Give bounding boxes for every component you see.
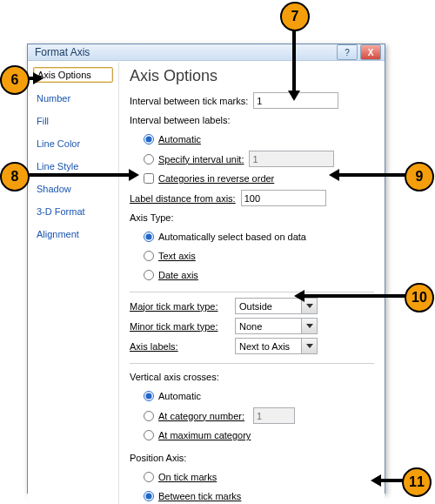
- axis-type-label: Axis Type:: [130, 212, 174, 223]
- interval-auto-label: Automatic: [158, 134, 201, 144]
- main-panel: Axis Options Interval between tick marks…: [119, 62, 385, 504]
- arrow-11-head: [371, 474, 381, 487]
- row-position-between: Between tick marks: [130, 488, 374, 504]
- vert-cross-cat-input[interactable]: [253, 407, 295, 424]
- callout-11: 11: [402, 467, 432, 497]
- position-between-label: Between tick marks: [158, 491, 241, 501]
- sidebar-item-fill[interactable]: Fill: [33, 114, 113, 128]
- position-on-label: On tick marks: [158, 472, 217, 482]
- row-specify-unit: Specify interval unit:: [130, 151, 374, 167]
- sidebar-item-line-style[interactable]: Line Style: [33, 159, 113, 173]
- separator-1: [130, 292, 374, 292]
- sidebar-item-line-color[interactable]: Line Color: [33, 137, 113, 151]
- callout-11-number: 11: [409, 474, 425, 490]
- row-interval-tick: Interval between tick marks:: [130, 92, 374, 109]
- specify-unit-label: Specify interval unit:: [158, 154, 244, 165]
- vert-cross-cat-label: At category number:: [158, 411, 244, 421]
- reverse-checkbox[interactable]: [144, 173, 154, 184]
- major-tick-select[interactable]: Outside: [235, 298, 318, 314]
- callout-8: 8: [0, 162, 30, 192]
- callout-7: 7: [280, 2, 310, 31]
- row-axis-type: Axis Type:: [130, 210, 374, 225]
- row-axis-type-date: Date axis: [130, 267, 374, 283]
- sidebar: Axis Options Number Fill Line Color Line…: [28, 62, 119, 504]
- row-vert-cross-auto: Automatic: [130, 388, 374, 404]
- row-position-on: On tick marks: [130, 469, 374, 485]
- arrow-11-line: [381, 479, 404, 482]
- sidebar-item-label: Alignment: [37, 229, 79, 239]
- axis-labels-label: Axis labels:: [130, 341, 230, 352]
- label-distance-input[interactable]: [241, 190, 326, 206]
- help-button[interactable]: ?: [337, 44, 358, 60]
- row-minor-tick: Minor tick mark type: None: [130, 318, 374, 334]
- separator-2: [130, 363, 374, 364]
- vert-cross-max-label: At maximum category: [158, 430, 251, 440]
- axis-type-date-label: Date axis: [158, 270, 198, 280]
- axis-type-date-radio[interactable]: [144, 270, 154, 280]
- specify-unit-input[interactable]: [249, 151, 334, 167]
- vert-cross-auto-label: Automatic: [158, 391, 201, 401]
- help-icon: ?: [345, 48, 350, 57]
- dialog-body: Axis Options Number Fill Line Color Line…: [28, 61, 385, 504]
- close-window-button[interactable]: X: [360, 44, 381, 60]
- titlebar: Format Axis ? X: [28, 44, 385, 61]
- vert-cross-label: Vertical axis crosses:: [130, 372, 219, 382]
- major-tick-value: Outside: [239, 301, 301, 312]
- axis-type-auto-radio[interactable]: [144, 232, 154, 242]
- vert-cross-auto-radio[interactable]: [144, 391, 154, 401]
- arrow-6-head: [33, 72, 44, 84]
- chevron-down-icon: [301, 339, 317, 353]
- row-axis-type-text: Text axis: [130, 248, 374, 264]
- row-vert-cross-max: At maximum category: [130, 427, 374, 443]
- row-major-tick: Major tick mark type: Outside: [130, 298, 374, 314]
- sidebar-item-label: Fill: [37, 116, 49, 126]
- sidebar-item-shadow[interactable]: Shadow: [33, 182, 113, 196]
- callout-6-number: 6: [11, 72, 19, 88]
- row-label-distance: Label distance from axis:: [130, 190, 374, 206]
- specify-unit-radio[interactable]: [144, 154, 154, 165]
- arrow-10-line: [304, 294, 407, 298]
- position-between-radio[interactable]: [144, 491, 154, 501]
- sidebar-item-3d-format[interactable]: 3-D Format: [33, 205, 113, 218]
- arrow-7-line: [292, 30, 296, 91]
- sidebar-item-number[interactable]: Number: [33, 91, 113, 105]
- row-axis-labels: Axis labels: Next to Axis: [130, 338, 374, 354]
- arrow-9-line: [339, 173, 407, 177]
- sidebar-item-label: Line Color: [37, 138, 80, 149]
- axis-type-text-radio[interactable]: [144, 251, 154, 261]
- sidebar-item-label: Number: [37, 93, 70, 104]
- dialog-title: Format Axis: [35, 46, 90, 58]
- major-tick-label: Major tick mark type:: [130, 301, 230, 312]
- position-axis-label: Position Axis:: [130, 453, 186, 463]
- callout-9: 9: [405, 162, 434, 192]
- callout-8-number: 8: [11, 169, 19, 185]
- panel-heading: Axis Options: [130, 67, 374, 85]
- minor-tick-select[interactable]: None: [235, 318, 318, 334]
- callout-7-number: 7: [291, 9, 299, 24]
- format-axis-dialog: Format Axis ? X Axis Options Number Fill…: [27, 44, 385, 494]
- chevron-down-icon: [301, 319, 317, 333]
- position-on-radio[interactable]: [144, 472, 154, 482]
- arrow-8-head: [129, 169, 139, 181]
- minor-tick-label: Minor tick mark type:: [130, 321, 230, 332]
- interval-auto-radio[interactable]: [144, 134, 154, 144]
- axis-labels-select[interactable]: Next to Axis: [235, 338, 318, 354]
- callout-10: 10: [405, 283, 434, 312]
- minor-tick-value: None: [239, 321, 301, 332]
- callout-6: 6: [0, 65, 30, 95]
- row-interval-labels: Interval between labels:: [130, 112, 374, 128]
- close-icon: X: [368, 48, 374, 57]
- sidebar-item-label: 3-D Format: [37, 206, 85, 217]
- row-vert-cross: Vertical axis crosses:: [130, 369, 374, 385]
- callout-9-number: 9: [416, 169, 424, 185]
- row-axis-type-auto: Automatically select based on data: [130, 229, 374, 245]
- sidebar-item-label: Axis Options: [37, 70, 91, 80]
- arrow-10-head: [294, 290, 304, 302]
- interval-tick-label: Interval between tick marks:: [130, 96, 248, 106]
- sidebar-item-label: Line Style: [37, 161, 78, 171]
- sidebar-item-axis-options[interactable]: Axis Options: [33, 67, 113, 83]
- callout-10-number: 10: [412, 290, 427, 306]
- sidebar-item-alignment[interactable]: Alignment: [33, 227, 113, 241]
- vert-cross-cat-radio[interactable]: [144, 411, 154, 421]
- vert-cross-max-radio[interactable]: [144, 430, 154, 440]
